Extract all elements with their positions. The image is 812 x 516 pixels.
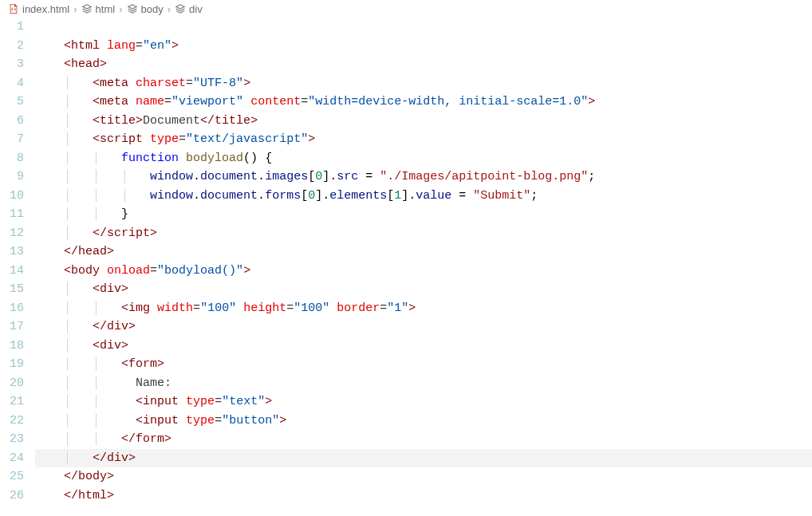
line-number: 24 xyxy=(0,449,24,468)
line-number: 17 xyxy=(0,317,24,337)
line-number: 16 xyxy=(0,299,24,318)
line-number: 5 xyxy=(0,93,24,112)
code-line[interactable]: │ │ <input type="text"> xyxy=(35,392,812,412)
line-number: 8 xyxy=(0,149,24,168)
line-number: 11 xyxy=(0,205,24,224)
code-line[interactable]: │ </script> xyxy=(35,224,812,243)
code-line[interactable]: │ │ <input type="button"> xyxy=(35,412,812,431)
breadcrumb-label: html xyxy=(96,3,116,15)
line-number: 22 xyxy=(0,412,24,431)
breadcrumb-item-file[interactable]: index.html xyxy=(8,3,69,15)
code-line[interactable]: </html> xyxy=(35,486,812,506)
code-line[interactable]: │ <div> xyxy=(35,280,812,299)
code-line[interactable]: │ │ <img width="100" height="100" border… xyxy=(35,299,812,318)
file-code-icon xyxy=(8,3,19,14)
code-line[interactable]: <head> xyxy=(35,55,812,74)
code-line[interactable]: │ │ │ window.document.forms[0].elements[… xyxy=(35,187,812,206)
breadcrumb-item-div[interactable]: div xyxy=(175,3,203,15)
symbol-icon xyxy=(175,3,186,14)
symbol-icon xyxy=(81,3,93,14)
line-number: 13 xyxy=(0,242,24,262)
line-number: 7 xyxy=(0,130,24,149)
line-number: 12 xyxy=(0,224,24,243)
line-number: 4 xyxy=(0,74,24,93)
code-line[interactable]: │ │ } xyxy=(35,205,812,224)
symbol-icon xyxy=(127,3,138,14)
line-number: 2 xyxy=(0,37,24,56)
code-line[interactable]: </head> xyxy=(35,242,812,262)
line-number: 14 xyxy=(0,262,24,281)
chevron-right-icon: › xyxy=(73,3,77,15)
code-line[interactable]: │ </div> xyxy=(35,317,812,337)
code-line[interactable]: <body onload="bodyload()"> xyxy=(35,262,812,281)
code-line[interactable]: │ │ function bodyload() { xyxy=(35,149,812,168)
chevron-right-icon: › xyxy=(118,3,123,15)
code-line[interactable]: │ │ │ window.document.images[0].src = ".… xyxy=(35,167,812,187)
breadcrumb-label: div xyxy=(189,3,203,15)
line-number: 1 xyxy=(0,18,24,37)
code-area[interactable]: <html lang="en"> <head> │ <meta charset=… xyxy=(35,18,812,516)
line-number: 26 xyxy=(0,486,24,506)
line-number: 23 xyxy=(0,430,24,449)
line-number: 3 xyxy=(0,55,24,74)
code-line[interactable]: │ │ </form> xyxy=(35,430,812,449)
line-number: 10 xyxy=(0,187,24,206)
code-line[interactable]: │ <title>Document</title> xyxy=(35,112,812,131)
line-number: 19 xyxy=(0,355,24,374)
code-line[interactable] xyxy=(35,18,812,37)
line-number-gutter: 1234567891011121314151617181920212223242… xyxy=(0,18,35,516)
code-line[interactable]: │ <div> xyxy=(35,337,812,356)
line-number: 25 xyxy=(0,467,24,486)
breadcrumb-label: body xyxy=(141,3,164,15)
breadcrumb: index.html › html › body › div xyxy=(0,0,812,18)
line-number: 20 xyxy=(0,374,24,393)
code-line[interactable]: │ </div> xyxy=(35,449,812,468)
breadcrumb-label: index.html xyxy=(22,3,69,15)
code-line[interactable]: │ <meta name="viewport" content="width=d… xyxy=(35,93,812,112)
chevron-right-icon: › xyxy=(167,3,171,15)
line-number: 9 xyxy=(0,167,24,187)
line-number: 21 xyxy=(0,392,24,412)
code-line[interactable]: <html lang="en"> xyxy=(35,37,812,56)
line-number: 18 xyxy=(0,337,24,356)
code-line[interactable]: │ │ Name: xyxy=(35,374,812,393)
code-line[interactable]: </body> xyxy=(35,467,812,486)
breadcrumb-item-html[interactable]: html xyxy=(81,3,116,15)
code-line[interactable]: │ │ <form> xyxy=(35,355,812,374)
breadcrumb-item-body[interactable]: body xyxy=(127,3,164,15)
code-line[interactable]: │ <meta charset="UTF-8"> xyxy=(35,74,812,93)
line-number: 6 xyxy=(0,112,24,131)
code-editor[interactable]: 1234567891011121314151617181920212223242… xyxy=(0,18,812,516)
code-line[interactable]: │ <script type="text/javascript"> xyxy=(35,130,812,149)
line-number: 15 xyxy=(0,280,24,299)
